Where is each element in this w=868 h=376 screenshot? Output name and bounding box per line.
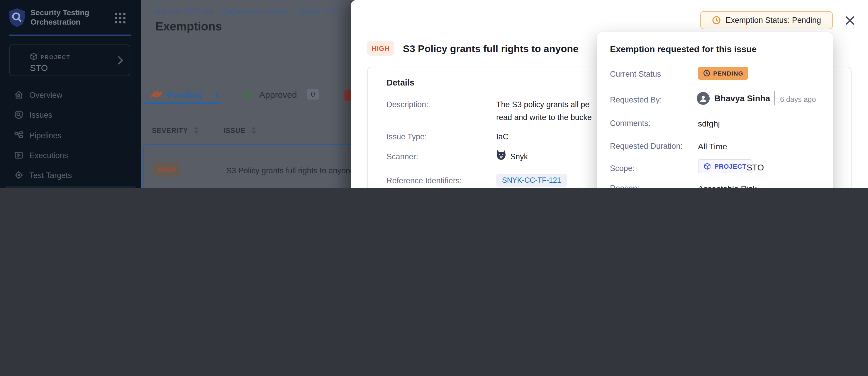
scanner-label: Scanner: xyxy=(386,152,418,161)
sidebar-item-label: Executions xyxy=(29,151,68,160)
duration-label: Requested Duration: xyxy=(610,142,683,150)
exemption-status-button[interactable]: Exemption Status: Pending xyxy=(700,11,833,29)
breadcrumb-org-link[interactable]: Organization: default xyxy=(223,7,288,15)
issue-title: S3 Policy grants full rights to anyone xyxy=(403,43,579,55)
sidebar-item-label: Test Targets xyxy=(29,171,72,179)
sidebar-item-test-targets[interactable]: Test Targets xyxy=(5,166,136,184)
requested-by-label: Requested By: xyxy=(610,96,662,104)
current-status-label: Current Status xyxy=(610,70,661,78)
shield-search-icon xyxy=(14,110,24,119)
snyk-logo-icon xyxy=(496,149,506,161)
avatar xyxy=(697,92,710,105)
tab-approved-count: 0 xyxy=(307,89,319,100)
page-title: Exemptions xyxy=(155,20,222,33)
project-selector[interactable]: PROJECT STO xyxy=(9,44,130,76)
requested-by-name: Bhavya Sinha xyxy=(714,94,770,103)
description-value-line1: The S3 policy grants all pe xyxy=(496,100,589,109)
reason-label: Reason: xyxy=(610,184,640,188)
duration-value: All Time xyxy=(698,142,727,151)
breadcrumb: Account: STO test › Organization: defaul… xyxy=(155,7,338,15)
scope-value: STO xyxy=(747,163,764,172)
reason-value: Acceptable Risk xyxy=(698,184,757,188)
chevron-right-icon xyxy=(118,56,123,65)
popup-title: Exemption requested for this issue xyxy=(610,44,756,54)
issue-title-cell: S3 Policy grants full rights to anyone xyxy=(226,166,351,175)
sidebar-item-exemptions[interactable]: Exemptions xyxy=(5,186,136,188)
cube-icon xyxy=(30,53,37,60)
issues-col-severity[interactable]: SEVERITY xyxy=(152,127,198,134)
scope-label: Scope: xyxy=(610,164,634,173)
eye-off-red-icon xyxy=(151,89,162,100)
thumbs-up-green-icon xyxy=(244,89,254,99)
divider xyxy=(774,91,775,105)
sidebar-item-label: Overview xyxy=(29,91,62,99)
breadcrumb-separator: › xyxy=(292,8,294,14)
app-title: Security Testing Orchestration xyxy=(31,8,113,27)
issues-col-issue[interactable]: ISSUE xyxy=(223,127,255,134)
tab-rejected-icon-partial xyxy=(344,90,351,101)
sidebar: Security Testing Orchestration PROJECT S… xyxy=(0,0,141,188)
sidebar-accent-rule xyxy=(9,35,131,36)
breadcrumb-separator: › xyxy=(216,8,218,14)
col-label: ISSUE xyxy=(223,127,245,134)
reference-identifiers-label: Reference Identifiers: xyxy=(386,176,462,185)
pending-status-text: PENDING xyxy=(713,70,743,77)
sort-icon xyxy=(251,127,255,134)
app-logo-shield-icon xyxy=(8,8,26,28)
sidebar-item-issues[interactable]: Issues xyxy=(5,105,136,124)
project-selector-value: STO xyxy=(30,63,48,73)
sidebar-item-executions[interactable]: Executions xyxy=(5,146,136,165)
pipeline-icon xyxy=(14,131,24,140)
issue-drawer: HIGH S3 Policy grants full rights to any… xyxy=(351,0,868,188)
issue-type-value: IaC xyxy=(496,132,508,141)
comments-label: Comments: xyxy=(610,119,650,128)
issue-type-label: Issue Type: xyxy=(386,132,427,141)
tabbar-border xyxy=(141,104,351,104)
scope-project-badge: PROJECT xyxy=(698,159,752,173)
tab-approved-label: Approved xyxy=(259,89,297,99)
sidebar-item-overview[interactable]: Overview xyxy=(5,86,136,104)
app-root: Security Testing Orchestration PROJECT S… xyxy=(0,0,868,188)
sidebar-item-pipelines[interactable]: Pipelines xyxy=(5,126,136,145)
breadcrumb-account-link[interactable]: Account: STO test xyxy=(155,7,212,15)
cube-icon xyxy=(704,163,711,170)
breadcrumb-project-link[interactable]: Project: STO xyxy=(298,7,338,15)
play-square-icon xyxy=(14,150,24,160)
sort-icon xyxy=(193,127,198,134)
close-icon[interactable] xyxy=(844,15,855,26)
main-content-dimmed: Account: STO test › Organization: defaul… xyxy=(141,0,351,188)
sidebar-item-label: Issues xyxy=(29,110,52,119)
home-icon xyxy=(14,90,24,100)
severity-badge: HIGH xyxy=(153,162,180,177)
target-icon xyxy=(14,170,24,180)
pending-status-badge: PENDING xyxy=(698,67,749,80)
clock-icon xyxy=(712,16,721,25)
scope-badge-text: PROJECT xyxy=(714,163,747,170)
sidebar-item-label: Pipelines xyxy=(29,131,62,140)
scanner-value: Snyk xyxy=(510,152,528,161)
exemption-status-label: Exemption Status: Pending xyxy=(725,16,821,25)
details-heading: Details xyxy=(386,78,414,87)
description-value-line2: read and write to the bucke xyxy=(496,113,592,122)
severity-badge: HIGH xyxy=(367,41,394,56)
module-grid-icon[interactable] xyxy=(115,13,125,24)
tab-approved[interactable]: Approved 0 xyxy=(244,89,319,100)
description-label: Description: xyxy=(386,100,428,109)
tab-pending-count: 1 xyxy=(214,89,219,99)
exemption-popup: Exemption requested for this issue Curre… xyxy=(597,32,833,188)
requested-by-time: 6 days ago xyxy=(780,96,816,104)
project-selector-label: PROJECT xyxy=(40,55,70,60)
tab-pending-label: Pending xyxy=(166,89,201,99)
clock-icon xyxy=(703,70,710,77)
tab-pending[interactable]: Pending 1 xyxy=(151,89,219,100)
col-label: SEVERITY xyxy=(152,127,188,134)
reference-identifier-badge[interactable]: SNYK-CC-TF-121 xyxy=(496,174,567,187)
comments-value: sdfghj xyxy=(698,119,720,128)
issue-row-selected[interactable]: HIGH S3 Policy grants full rights to any… xyxy=(143,144,351,188)
